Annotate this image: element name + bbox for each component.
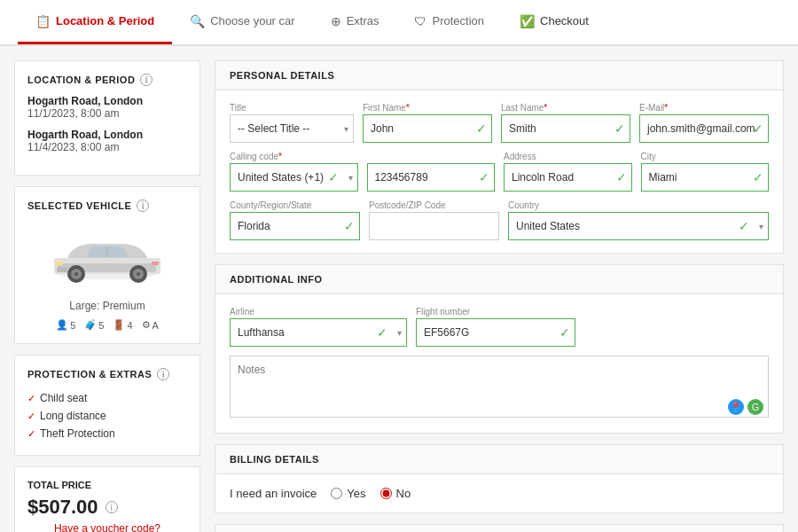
airline-check-icon: ✓: [377, 325, 387, 340]
invoice-yes-option[interactable]: Yes: [331, 487, 365, 500]
additional-info-section: ADDITIONAL INFO Airline Lufthansa ✓ ▾ Fl…: [215, 264, 784, 434]
extra-item-child-seat: Child seat: [27, 389, 187, 407]
vehicle-info-icon[interactable]: i: [137, 200, 149, 212]
sidebar-location-section: LOCATION & PERIOD i Hogarth Road, London…: [14, 60, 200, 176]
vehicle-specs: 👤5 🧳5 🚪4 ⚙A: [27, 319, 187, 331]
extras-icon: ⊕: [331, 14, 341, 28]
invoice-label: I need an invoice: [230, 487, 317, 500]
voucher-link[interactable]: Have a voucher code?: [27, 522, 187, 532]
vehicle-spec-transmission: ⚙A: [142, 319, 159, 331]
calling-code-check-icon: ✓: [328, 170, 339, 184]
nav-step-extras[interactable]: ⊕ Extras: [313, 0, 397, 44]
svg-rect-11: [152, 262, 159, 265]
email-label: E-Mail*: [639, 103, 769, 113]
total-price-amount: $507.00: [27, 496, 98, 519]
calling-code-select[interactable]: United States (+1): [230, 163, 358, 192]
airline-field: Airline Lufthansa ✓ ▾: [230, 307, 407, 347]
invoice-no-radio[interactable]: [380, 488, 392, 499]
extras-info-icon[interactable]: i: [157, 368, 169, 380]
checkout-icon: ✅: [520, 14, 535, 28]
phone-label: [367, 152, 496, 161]
extra-item-long-distance: Long distance: [27, 407, 187, 425]
protection-icon: 🛡: [414, 14, 426, 28]
invoice-no-option[interactable]: No: [380, 487, 411, 500]
total-price-row: $507.00 i: [27, 496, 187, 519]
city-field: City ✓: [641, 152, 770, 192]
billing-row: I need an invoice Yes No: [230, 487, 769, 500]
svg-rect-12: [57, 267, 67, 272]
state-check-icon: ✓: [344, 219, 355, 233]
billing-details-header: BILLING DETAILS: [215, 445, 783, 474]
flight-number-input[interactable]: [416, 318, 575, 347]
last-name-field: Last Name* ✓: [501, 103, 630, 143]
state-label: County/Region/State: [230, 200, 360, 210]
svg-point-9: [137, 272, 140, 276]
state-input[interactable]: [230, 212, 360, 240]
calling-code-field: Calling code* United States (+1) ▾ ✓: [230, 152, 358, 192]
extra-item-theft-protection: Theft Protection: [27, 425, 187, 442]
map-pin-icon[interactable]: 📍: [728, 399, 744, 415]
email-input[interactable]: [639, 114, 769, 143]
translate-icon[interactable]: G: [747, 399, 763, 415]
nav-step-protection[interactable]: 🛡 Protection: [396, 0, 502, 44]
email-check-icon: ✓: [753, 121, 763, 136]
invoice-yes-radio[interactable]: [331, 488, 342, 499]
nav-step-location[interactable]: 📋 Location & Period: [18, 0, 172, 44]
nav-step-checkout-label: Checkout: [540, 14, 589, 27]
pickup-date: 11/1/2023, 8:00 am: [27, 107, 187, 120]
total-price-section: TOTAL PRICE $507.00 i Have a voucher cod…: [14, 466, 200, 532]
extras-list: Child seat Long distance Theft Protectio…: [27, 389, 187, 442]
first-name-input[interactable]: [363, 114, 492, 143]
email-field: E-Mail* ✓: [639, 103, 769, 143]
notes-textarea[interactable]: [230, 356, 769, 418]
nav-step-checkout[interactable]: ✅ Checkout: [502, 0, 606, 44]
dropoff-date: 11/4/2023, 8:00 am: [27, 141, 187, 153]
country-check-icon: ✓: [739, 219, 749, 233]
country-label: Country: [508, 200, 769, 210]
main-content: PERSONAL DETAILS Title -- Select Title -…: [215, 60, 784, 532]
first-name-label: First Name*: [363, 103, 492, 113]
svg-point-6: [74, 272, 78, 276]
location-period-icon: 📋: [35, 14, 51, 28]
dropoff-name: Hogarth Road, London: [27, 129, 187, 141]
sidebar: LOCATION & PERIOD i Hogarth Road, London…: [14, 60, 200, 532]
first-name-check-icon: ✓: [476, 121, 487, 136]
nav-step-car-label: Choose your car: [210, 14, 294, 27]
dropoff-location: Hogarth Road, London 11/4/2023, 8:00 am: [27, 129, 187, 153]
last-name-input[interactable]: [501, 114, 630, 143]
phone-check-icon: ✓: [479, 170, 489, 184]
invoice-no-label: No: [396, 487, 411, 500]
country-select[interactable]: United States: [508, 212, 769, 240]
postcode-input[interactable]: [369, 212, 499, 240]
additional-info-body: Airline Lufthansa ✓ ▾ Flight number ✓: [215, 294, 783, 433]
nav-step-location-label: Location & Period: [56, 14, 154, 27]
top-navigation: 📋 Location & Period 🔍 Choose your car ⊕ …: [0, 0, 798, 46]
pickup-location: Hogarth Road, London 11/1/2023, 8:00 am: [27, 95, 187, 120]
pickup-name: Hogarth Road, London: [27, 95, 187, 107]
address-field: Address ✓: [504, 152, 632, 192]
svg-rect-10: [56, 262, 63, 265]
phone-input[interactable]: [367, 163, 496, 192]
address-input[interactable]: [504, 163, 632, 192]
form-row-1: Title -- Select Title -- Mr Ms Mrs ▾ Fir…: [230, 103, 769, 143]
last-name-label: Last Name*: [501, 103, 630, 113]
nav-step-car[interactable]: 🔍 Choose your car: [172, 0, 312, 44]
location-info-icon[interactable]: i: [140, 74, 153, 86]
title-select[interactable]: -- Select Title -- Mr Ms Mrs: [230, 114, 354, 143]
city-check-icon: ✓: [753, 170, 763, 184]
billing-details-section: BILLING DETAILS I need an invoice Yes No: [215, 444, 784, 513]
driver-details-header: DRIVER DETAILS: [215, 525, 783, 532]
city-input[interactable]: [641, 163, 770, 192]
phone-field: ✓: [367, 152, 496, 192]
personal-details-header: PERSONAL DETAILS: [215, 61, 783, 90]
sidebar-extras-section: PROTECTION & EXTRAS i Child seat Long di…: [14, 355, 200, 456]
choose-car-icon: 🔍: [190, 14, 205, 28]
address-check-icon: ✓: [616, 170, 627, 184]
state-field: County/Region/State ✓: [230, 200, 360, 240]
total-price-info-icon[interactable]: i: [106, 501, 118, 513]
driver-details-section: DRIVER DETAILS Please, enter driver(s)' …: [215, 524, 784, 532]
vehicle-spec-doors: 🚪4: [113, 319, 132, 331]
extras-section-title: PROTECTION & EXTRAS i: [27, 368, 187, 380]
title-label: Title: [230, 103, 354, 113]
billing-details-body: I need an invoice Yes No: [215, 474, 783, 512]
